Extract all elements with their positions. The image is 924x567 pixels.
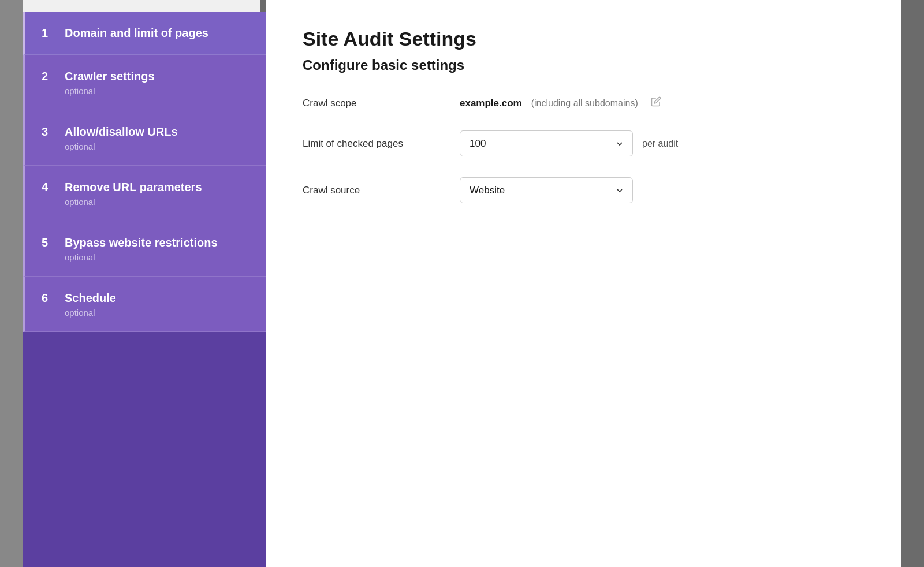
- crawl-scope-value: example.com: [460, 98, 522, 109]
- crawl-scope-control: example.com (including all subdomains): [460, 96, 661, 110]
- crawl-source-select[interactable]: Website Sitemap Website and sitemap: [460, 177, 633, 203]
- pages-limit-label: Limit of checked pages: [303, 138, 441, 150]
- sidebar-item-content-4: Remove URL parameters optional: [65, 180, 202, 207]
- main-panel: Site Audit Settings Configure basic sett…: [266, 0, 901, 567]
- sidebar-item-4[interactable]: 4 Remove URL parameters optional: [23, 166, 266, 221]
- sidebar-item-number-4: 4: [42, 181, 54, 194]
- sidebar: 1 Domain and limit of pages 2 Crawler se…: [23, 12, 266, 567]
- sidebar-item-title-1: Domain and limit of pages: [65, 25, 208, 40]
- crawl-scope-label: Crawl scope: [303, 98, 441, 109]
- sidebar-item-subtitle-5: optional: [65, 252, 218, 262]
- pages-limit-select[interactable]: 100 250 500 1000 5000 10000 50000 100000…: [460, 130, 633, 156]
- crawl-scope-row: Crawl scope example.com (including all s…: [303, 96, 864, 110]
- sidebar-item-content-6: Schedule optional: [65, 290, 116, 318]
- sidebar-item-5[interactable]: 5 Bypass website restrictions optional: [23, 221, 266, 277]
- sidebar-item-title-5: Bypass website restrictions: [65, 235, 218, 250]
- sidebar-item-title-2: Crawler settings: [65, 69, 155, 84]
- sidebar-item-content-5: Bypass website restrictions optional: [65, 235, 218, 262]
- sidebar-item-title-6: Schedule: [65, 290, 116, 305]
- pages-limit-control: 100 250 500 1000 5000 10000 50000 100000…: [460, 130, 678, 156]
- sidebar-item-3[interactable]: 3 Allow/disallow URLs optional: [23, 110, 266, 166]
- sidebar-item-6[interactable]: 6 Schedule optional: [23, 277, 266, 332]
- sidebar-item-content-3: Allow/disallow URLs optional: [65, 124, 178, 151]
- sidebar-item-number-3: 3: [42, 125, 54, 139]
- page-title: Site Audit Settings: [303, 28, 864, 50]
- sidebar-item-subtitle-2: optional: [65, 86, 155, 96]
- pages-limit-row: Limit of checked pages 100 250 500 1000 …: [303, 130, 864, 156]
- page-subtitle: Configure basic settings: [303, 57, 864, 73]
- sidebar-item-number-5: 5: [42, 236, 54, 249]
- sidebar-item-content-1: Domain and limit of pages: [65, 25, 208, 40]
- sidebar-item-number-2: 2: [42, 70, 54, 83]
- sidebar-item-1[interactable]: 1 Domain and limit of pages: [23, 12, 266, 55]
- sidebar-item-title-3: Allow/disallow URLs: [65, 124, 178, 139]
- sidebar-item-subtitle-3: optional: [65, 141, 178, 151]
- sidebar-item-2[interactable]: 2 Crawler settings optional: [23, 55, 266, 110]
- crawl-source-label: Crawl source: [303, 185, 441, 196]
- per-audit-label: per audit: [642, 139, 678, 149]
- sidebar-item-number-1: 1: [42, 27, 54, 40]
- sidebar-item-title-4: Remove URL parameters: [65, 180, 202, 195]
- crawl-scope-sub: (including all subdomains): [531, 98, 638, 109]
- crawl-source-control: Website Sitemap Website and sitemap: [460, 177, 633, 203]
- sidebar-item-subtitle-4: optional: [65, 197, 202, 207]
- main-overlay: 1 Domain and limit of pages 2 Crawler se…: [23, 0, 901, 567]
- edit-crawl-scope-icon[interactable]: [651, 96, 661, 110]
- sidebar-item-content-2: Crawler settings optional: [65, 69, 155, 96]
- sidebar-item-subtitle-6: optional: [65, 308, 116, 318]
- sidebar-item-number-6: 6: [42, 292, 54, 305]
- crawl-source-row: Crawl source Website Sitemap Website and…: [303, 177, 864, 203]
- left-edge-overlay: [0, 0, 23, 567]
